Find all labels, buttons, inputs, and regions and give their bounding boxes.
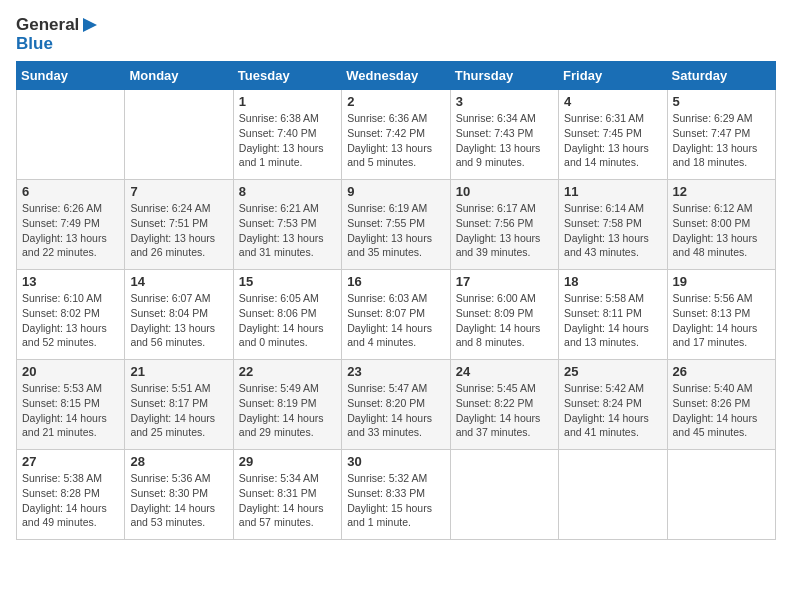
day-cell: 26Sunrise: 5:40 AM Sunset: 8:26 PM Dayli… xyxy=(667,360,775,450)
day-info: Sunrise: 5:42 AM Sunset: 8:24 PM Dayligh… xyxy=(564,381,661,440)
week-row-3: 13Sunrise: 6:10 AM Sunset: 8:02 PM Dayli… xyxy=(17,270,776,360)
day-cell: 16Sunrise: 6:03 AM Sunset: 8:07 PM Dayli… xyxy=(342,270,450,360)
header-tuesday: Tuesday xyxy=(233,62,341,90)
day-cell: 9Sunrise: 6:19 AM Sunset: 7:55 PM Daylig… xyxy=(342,180,450,270)
logo-blue: Blue xyxy=(16,34,53,53)
day-number: 2 xyxy=(347,94,444,109)
day-info: Sunrise: 5:32 AM Sunset: 8:33 PM Dayligh… xyxy=(347,471,444,530)
day-cell: 21Sunrise: 5:51 AM Sunset: 8:17 PM Dayli… xyxy=(125,360,233,450)
day-info: Sunrise: 6:05 AM Sunset: 8:06 PM Dayligh… xyxy=(239,291,336,350)
day-info: Sunrise: 6:10 AM Sunset: 8:02 PM Dayligh… xyxy=(22,291,119,350)
header-thursday: Thursday xyxy=(450,62,558,90)
day-number: 28 xyxy=(130,454,227,469)
day-number: 22 xyxy=(239,364,336,379)
day-cell: 5Sunrise: 6:29 AM Sunset: 7:47 PM Daylig… xyxy=(667,90,775,180)
day-cell: 19Sunrise: 5:56 AM Sunset: 8:13 PM Dayli… xyxy=(667,270,775,360)
day-cell: 10Sunrise: 6:17 AM Sunset: 7:56 PM Dayli… xyxy=(450,180,558,270)
day-cell: 29Sunrise: 5:34 AM Sunset: 8:31 PM Dayli… xyxy=(233,450,341,540)
day-cell: 24Sunrise: 5:45 AM Sunset: 8:22 PM Dayli… xyxy=(450,360,558,450)
days-header-row: SundayMondayTuesdayWednesdayThursdayFrid… xyxy=(17,62,776,90)
header-sunday: Sunday xyxy=(17,62,125,90)
day-number: 7 xyxy=(130,184,227,199)
day-cell: 3Sunrise: 6:34 AM Sunset: 7:43 PM Daylig… xyxy=(450,90,558,180)
day-cell: 8Sunrise: 6:21 AM Sunset: 7:53 PM Daylig… xyxy=(233,180,341,270)
day-number: 20 xyxy=(22,364,119,379)
day-info: Sunrise: 6:36 AM Sunset: 7:42 PM Dayligh… xyxy=(347,111,444,170)
day-cell: 27Sunrise: 5:38 AM Sunset: 8:28 PM Dayli… xyxy=(17,450,125,540)
day-number: 11 xyxy=(564,184,661,199)
day-info: Sunrise: 5:56 AM Sunset: 8:13 PM Dayligh… xyxy=(673,291,770,350)
day-cell xyxy=(559,450,667,540)
day-info: Sunrise: 5:40 AM Sunset: 8:26 PM Dayligh… xyxy=(673,381,770,440)
week-row-4: 20Sunrise: 5:53 AM Sunset: 8:15 PM Dayli… xyxy=(17,360,776,450)
day-cell: 12Sunrise: 6:12 AM Sunset: 8:00 PM Dayli… xyxy=(667,180,775,270)
day-number: 27 xyxy=(22,454,119,469)
day-cell xyxy=(450,450,558,540)
header-monday: Monday xyxy=(125,62,233,90)
day-info: Sunrise: 5:34 AM Sunset: 8:31 PM Dayligh… xyxy=(239,471,336,530)
day-info: Sunrise: 6:38 AM Sunset: 7:40 PM Dayligh… xyxy=(239,111,336,170)
day-info: Sunrise: 5:49 AM Sunset: 8:19 PM Dayligh… xyxy=(239,381,336,440)
day-cell: 7Sunrise: 6:24 AM Sunset: 7:51 PM Daylig… xyxy=(125,180,233,270)
day-number: 9 xyxy=(347,184,444,199)
day-cell: 15Sunrise: 6:05 AM Sunset: 8:06 PM Dayli… xyxy=(233,270,341,360)
day-number: 24 xyxy=(456,364,553,379)
day-cell: 20Sunrise: 5:53 AM Sunset: 8:15 PM Dayli… xyxy=(17,360,125,450)
week-row-5: 27Sunrise: 5:38 AM Sunset: 8:28 PM Dayli… xyxy=(17,450,776,540)
day-cell: 4Sunrise: 6:31 AM Sunset: 7:45 PM Daylig… xyxy=(559,90,667,180)
day-info: Sunrise: 6:19 AM Sunset: 7:55 PM Dayligh… xyxy=(347,201,444,260)
day-number: 18 xyxy=(564,274,661,289)
day-info: Sunrise: 6:29 AM Sunset: 7:47 PM Dayligh… xyxy=(673,111,770,170)
day-cell xyxy=(667,450,775,540)
day-number: 15 xyxy=(239,274,336,289)
day-number: 30 xyxy=(347,454,444,469)
day-number: 10 xyxy=(456,184,553,199)
day-info: Sunrise: 6:00 AM Sunset: 8:09 PM Dayligh… xyxy=(456,291,553,350)
header-wednesday: Wednesday xyxy=(342,62,450,90)
day-cell: 22Sunrise: 5:49 AM Sunset: 8:19 PM Dayli… xyxy=(233,360,341,450)
day-number: 17 xyxy=(456,274,553,289)
header-friday: Friday xyxy=(559,62,667,90)
day-number: 6 xyxy=(22,184,119,199)
day-info: Sunrise: 6:21 AM Sunset: 7:53 PM Dayligh… xyxy=(239,201,336,260)
day-cell: 14Sunrise: 6:07 AM Sunset: 8:04 PM Dayli… xyxy=(125,270,233,360)
day-number: 26 xyxy=(673,364,770,379)
day-info: Sunrise: 5:51 AM Sunset: 8:17 PM Dayligh… xyxy=(130,381,227,440)
day-number: 3 xyxy=(456,94,553,109)
day-number: 16 xyxy=(347,274,444,289)
day-info: Sunrise: 6:24 AM Sunset: 7:51 PM Dayligh… xyxy=(130,201,227,260)
day-cell: 6Sunrise: 6:26 AM Sunset: 7:49 PM Daylig… xyxy=(17,180,125,270)
day-number: 19 xyxy=(673,274,770,289)
day-number: 25 xyxy=(564,364,661,379)
day-cell: 25Sunrise: 5:42 AM Sunset: 8:24 PM Dayli… xyxy=(559,360,667,450)
logo-wordmark: General Blue xyxy=(16,16,99,53)
day-info: Sunrise: 6:17 AM Sunset: 7:56 PM Dayligh… xyxy=(456,201,553,260)
day-number: 29 xyxy=(239,454,336,469)
logo: General Blue xyxy=(16,16,99,53)
day-cell xyxy=(125,90,233,180)
day-cell: 11Sunrise: 6:14 AM Sunset: 7:58 PM Dayli… xyxy=(559,180,667,270)
day-info: Sunrise: 5:53 AM Sunset: 8:15 PM Dayligh… xyxy=(22,381,119,440)
logo-flag-icon xyxy=(81,16,99,34)
day-cell: 28Sunrise: 5:36 AM Sunset: 8:30 PM Dayli… xyxy=(125,450,233,540)
day-cell: 13Sunrise: 6:10 AM Sunset: 8:02 PM Dayli… xyxy=(17,270,125,360)
day-info: Sunrise: 5:45 AM Sunset: 8:22 PM Dayligh… xyxy=(456,381,553,440)
day-number: 21 xyxy=(130,364,227,379)
day-number: 4 xyxy=(564,94,661,109)
day-number: 5 xyxy=(673,94,770,109)
day-cell: 17Sunrise: 6:00 AM Sunset: 8:09 PM Dayli… xyxy=(450,270,558,360)
day-info: Sunrise: 5:38 AM Sunset: 8:28 PM Dayligh… xyxy=(22,471,119,530)
day-info: Sunrise: 6:31 AM Sunset: 7:45 PM Dayligh… xyxy=(564,111,661,170)
day-cell: 18Sunrise: 5:58 AM Sunset: 8:11 PM Dayli… xyxy=(559,270,667,360)
calendar-table: SundayMondayTuesdayWednesdayThursdayFrid… xyxy=(16,61,776,540)
day-info: Sunrise: 5:47 AM Sunset: 8:20 PM Dayligh… xyxy=(347,381,444,440)
week-row-1: 1Sunrise: 6:38 AM Sunset: 7:40 PM Daylig… xyxy=(17,90,776,180)
day-info: Sunrise: 6:34 AM Sunset: 7:43 PM Dayligh… xyxy=(456,111,553,170)
day-info: Sunrise: 5:58 AM Sunset: 8:11 PM Dayligh… xyxy=(564,291,661,350)
day-number: 1 xyxy=(239,94,336,109)
day-info: Sunrise: 5:36 AM Sunset: 8:30 PM Dayligh… xyxy=(130,471,227,530)
day-info: Sunrise: 6:03 AM Sunset: 8:07 PM Dayligh… xyxy=(347,291,444,350)
day-cell xyxy=(17,90,125,180)
day-cell: 30Sunrise: 5:32 AM Sunset: 8:33 PM Dayli… xyxy=(342,450,450,540)
day-number: 8 xyxy=(239,184,336,199)
